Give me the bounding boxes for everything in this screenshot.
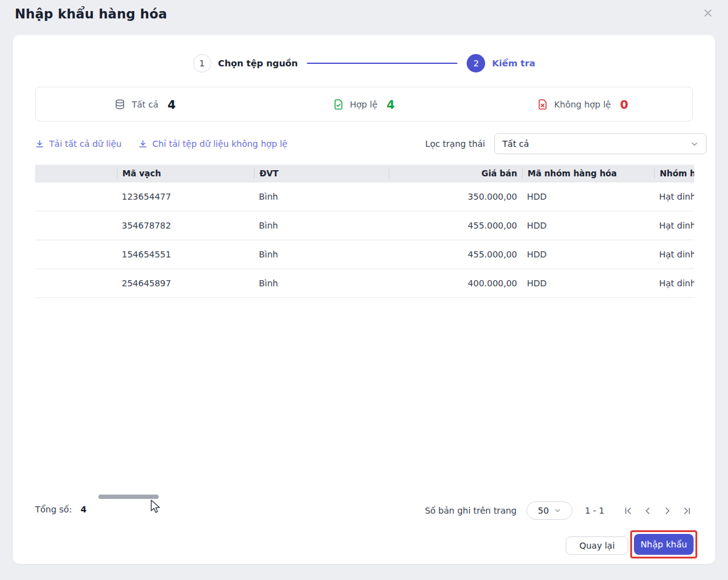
step-2-label: Kiểm tra	[492, 58, 535, 68]
download-all-link[interactable]: Tải tất cả dữ liệu	[35, 139, 122, 149]
total-value: 4	[81, 504, 87, 514]
download-invalid-link[interactable]: Chỉ tải tệp dữ liệu không hợp lệ	[138, 139, 288, 149]
stat-valid-value: 4	[387, 98, 395, 111]
cell-group-name: Hạt dinh dưỡng	[654, 192, 694, 202]
toolbar: Tải tất cả dữ liệu Chỉ tải tệp dữ liệu k…	[35, 133, 706, 154]
column-header-price: Giá bán	[389, 168, 522, 179]
per-page-label: Số bản ghi trên trang	[425, 506, 516, 515]
cell-barcode: 354678782	[117, 221, 254, 230]
cell-group-name: Hạt dinh dưỡng	[654, 278, 694, 288]
cell-price: 400.000,00	[389, 278, 522, 288]
download-invalid-label: Chỉ tải tệp dữ liệu không hợp lệ	[152, 139, 288, 149]
stat-invalid-label: Không hợp lệ	[554, 100, 611, 109]
total-label: Tổng số:	[35, 504, 72, 514]
column-header-barcode: Mã vạch	[117, 168, 254, 179]
horizontal-scrollbar-thumb[interactable]	[98, 495, 159, 499]
per-page-value: 50	[538, 506, 549, 515]
cell-barcode: 123654477	[117, 192, 254, 202]
cell-barcode: 154654551	[117, 249, 254, 259]
file-check-icon	[333, 99, 344, 110]
chevron-down-icon	[690, 140, 698, 148]
preview-table: Mã vạch ĐVT Giá bán Mã nhóm hàng hóa Nhó…	[35, 165, 694, 298]
cell-group-name: Hạt dinh dưỡng	[654, 249, 694, 259]
download-all-label: Tải tất cả dữ liệu	[49, 139, 122, 149]
cell-unit: Bình	[254, 278, 389, 288]
mouse-cursor	[149, 500, 162, 514]
cell-group-code: HDD	[522, 192, 654, 202]
prev-page-icon[interactable]	[640, 503, 655, 518]
database-icon	[114, 99, 125, 110]
pagination-bar: Số bản ghi trên trang 50 1 - 1	[425, 501, 694, 520]
column-header-blank	[35, 168, 117, 179]
filter-status-label: Lọc trạng thái	[425, 139, 485, 149]
stepper-connector	[307, 63, 457, 64]
filter-status-select[interactable]: Tất cả	[494, 133, 706, 154]
next-page-icon[interactable]	[660, 503, 675, 518]
stepper: 1 Chọn tệp nguồn 2 Kiểm tra	[13, 54, 715, 72]
download-icon	[138, 139, 148, 149]
cell-group-code: HDD	[522, 221, 654, 230]
per-page-select[interactable]: 50	[526, 501, 572, 520]
import-dialog-card: 1 Chọn tệp nguồn 2 Kiểm tra Tất cả 4	[13, 35, 715, 564]
close-icon[interactable]: ×	[702, 7, 713, 20]
step-1-circle: 1	[193, 54, 212, 72]
column-header-unit: ĐVT	[254, 168, 389, 179]
page-title: Nhập khẩu hàng hóa	[15, 7, 167, 22]
annotation-highlight-box: Nhập khẩu	[630, 530, 697, 558]
table-row: 254645897 Bình 400.000,00 HDD Hạt dinh d…	[35, 269, 694, 298]
stat-valid: Hợp lệ 4	[255, 98, 473, 111]
cell-price: 455.000,00	[389, 221, 522, 230]
file-x-icon	[537, 99, 548, 110]
cell-barcode: 254645897	[117, 278, 254, 288]
cell-group-name: Hạt dinh dưỡng	[654, 221, 694, 230]
cell-group-code: HDD	[522, 278, 654, 288]
stat-invalid-value: 0	[620, 98, 628, 111]
cell-unit: Bình	[254, 221, 389, 230]
stat-all-label: Tất cả	[132, 100, 158, 109]
page-range: 1 - 1	[585, 506, 604, 515]
column-header-group-code: Mã nhóm hàng hóa	[522, 168, 654, 179]
import-button[interactable]: Nhập khẩu	[634, 534, 694, 555]
stat-valid-label: Hợp lệ	[350, 100, 378, 109]
table-row: 123654477 Bình 350.000,00 HDD Hạt dinh d…	[35, 182, 694, 211]
chevron-down-icon	[554, 507, 561, 514]
cell-unit: Bình	[254, 249, 389, 259]
stat-all-value: 4	[168, 98, 176, 111]
table-row: 354678782 Bình 455.000,00 HDD Hạt dinh d…	[35, 211, 694, 240]
step-1-label: Chọn tệp nguồn	[218, 58, 298, 68]
download-icon	[35, 139, 44, 149]
last-page-icon[interactable]	[679, 503, 694, 518]
cell-price: 455.000,00	[389, 249, 522, 259]
stat-invalid: Không hợp lệ 0	[473, 98, 692, 111]
step-2-circle: 2	[467, 54, 485, 72]
cell-unit: Bình	[254, 192, 389, 202]
stat-all: Tất cả 4	[36, 98, 255, 111]
column-header-group-name: Nhóm hàng hóa	[654, 168, 694, 179]
total-count: Tổng số: 4	[35, 504, 87, 514]
table-header-row: Mã vạch ĐVT Giá bán Mã nhóm hàng hóa Nhó…	[35, 165, 694, 182]
back-button[interactable]: Quay lại	[566, 536, 628, 555]
cell-group-code: HDD	[522, 249, 654, 259]
filter-status-value: Tất cả	[502, 139, 690, 149]
table-row: 154654551 Bình 455.000,00 HDD Hạt dinh d…	[35, 240, 694, 269]
stats-summary-bar: Tất cả 4 Hợp lệ 4 Không hợp lệ 0	[35, 87, 693, 122]
first-page-icon[interactable]	[620, 503, 635, 518]
cell-price: 350.000,00	[389, 192, 522, 202]
